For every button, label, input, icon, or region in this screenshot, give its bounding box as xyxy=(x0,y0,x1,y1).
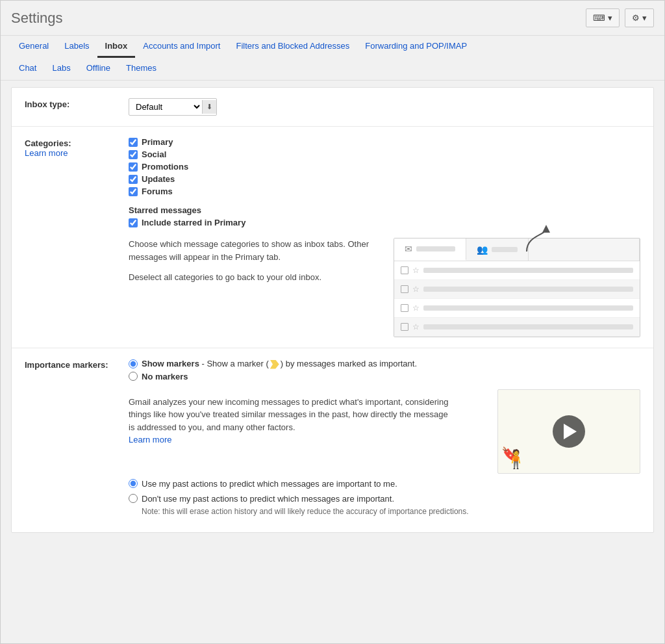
nav-row-2: Chat Labs Offline Themes xyxy=(11,58,654,80)
tab-chat[interactable]: Chat xyxy=(11,58,44,80)
dont-use-note: Note: this will erase action history and… xyxy=(142,506,640,517)
include-starred-row: Include starred in Primary xyxy=(129,218,640,227)
tab-labs[interactable]: Labs xyxy=(44,58,78,80)
category-primary-label[interactable]: Primary xyxy=(142,137,173,147)
settings-nav: General Labels Inbox Accounts and Import… xyxy=(1,36,664,81)
tab-bar-2 xyxy=(492,247,518,252)
categories-content: Primary Social Promotions Updates Forums xyxy=(129,137,640,337)
category-social-label[interactable]: Social xyxy=(142,149,166,159)
tab-offline[interactable]: Offline xyxy=(79,58,118,80)
dont-use-option: Don't use my past actions to predict whi… xyxy=(129,494,640,517)
tab-filters[interactable]: Filters and Blocked Addresses xyxy=(228,36,357,58)
categories-desc-2: Deselect all categories to go back to yo… xyxy=(129,271,381,284)
toolbar-controls: ⌨ ▾ ⚙ ▾ xyxy=(586,8,654,27)
use-past-radio[interactable] xyxy=(129,479,138,488)
category-promotions-label[interactable]: Promotions xyxy=(142,162,188,172)
category-updates-row: Updates xyxy=(129,174,640,184)
tab-themes[interactable]: Themes xyxy=(118,58,164,80)
gear-button[interactable]: ⚙ ▾ xyxy=(625,8,654,27)
preview-rows: ☆ ☆ ☆ xyxy=(394,261,640,337)
tab-general[interactable]: General xyxy=(11,36,56,58)
gear-arrow-icon: ▾ xyxy=(642,13,647,23)
category-updates-label[interactable]: Updates xyxy=(142,174,175,184)
importance-markers-row: Importance markers: Show markers - Show … xyxy=(12,348,653,532)
play-button[interactable] xyxy=(553,415,585,448)
category-forums-checkbox[interactable] xyxy=(129,187,138,196)
preview-line-1 xyxy=(423,268,633,273)
dont-use-row: Don't use my past actions to predict whi… xyxy=(129,494,640,504)
prediction-options: Use my past actions to predict which mes… xyxy=(129,479,640,517)
categories-learn-more[interactable]: Learn more xyxy=(25,148,129,158)
no-markers-radio[interactable] xyxy=(129,372,138,381)
include-starred-checkbox[interactable] xyxy=(129,218,138,227)
category-primary-row: Primary xyxy=(129,137,640,147)
settings-window: Settings ⌨ ▾ ⚙ ▾ General Labels Inbox Ac… xyxy=(0,0,665,644)
preview-star-4: ☆ xyxy=(412,322,420,331)
preview-row-2: ☆ xyxy=(394,280,640,299)
tab-forwarding[interactable]: Forwarding and POP/IMAP xyxy=(357,36,475,58)
preview-checkbox-4 xyxy=(401,323,408,331)
category-primary-checkbox[interactable] xyxy=(129,138,138,147)
preview-line-3 xyxy=(423,305,633,311)
title-bar: Settings ⌨ ▾ ⚙ ▾ xyxy=(1,1,664,36)
tab-inbox[interactable]: Inbox xyxy=(97,36,136,58)
importance-marker-icon xyxy=(270,360,279,369)
category-forums-label[interactable]: Forums xyxy=(142,187,173,196)
preview-row-1: ☆ xyxy=(394,261,640,280)
nav-row-1: General Labels Inbox Accounts and Import… xyxy=(11,36,654,58)
video-figure-icon: 🧍 xyxy=(505,448,527,470)
inbox-tab-icon: ✉ xyxy=(405,244,412,254)
preview-tab-social: 👥 xyxy=(466,238,529,261)
settings-content: Inbox type: Default Important first Unre… xyxy=(11,87,654,533)
category-social-checkbox[interactable] xyxy=(129,150,138,159)
starred-messages-title: Starred messages xyxy=(129,205,640,215)
no-markers-label[interactable]: No markers xyxy=(142,372,188,381)
categories-preview-wrapper: Choose which message categories to show … xyxy=(129,238,640,337)
preview-star-3: ☆ xyxy=(412,303,420,313)
inbox-type-select[interactable]: Default Important first Unread first Sta… xyxy=(129,99,202,115)
keyboard-arrow-icon: ▾ xyxy=(608,13,612,23)
starred-section: Starred messages Include starred in Prim… xyxy=(129,205,640,227)
use-past-option: Use my past actions to predict which mes… xyxy=(129,479,640,489)
page-title: Settings xyxy=(11,10,63,27)
tab-accounts[interactable]: Accounts and Import xyxy=(135,36,228,58)
include-starred-label[interactable]: Include starred in Primary xyxy=(142,218,245,227)
dont-use-radio[interactable] xyxy=(129,494,138,503)
preview-star-1: ☆ xyxy=(412,266,420,275)
inbox-type-content: Default Important first Unread first Sta… xyxy=(129,98,640,116)
show-markers-label[interactable]: Show markers - Show a marker () by messa… xyxy=(142,359,417,369)
category-promotions-checkbox[interactable] xyxy=(129,162,138,172)
importance-markers-label: Importance markers: xyxy=(25,359,129,370)
preview-checkbox-2 xyxy=(401,285,408,293)
preview-tab-primary: ✉ xyxy=(394,238,466,261)
show-markers-row: Show markers - Show a marker () by messa… xyxy=(129,359,640,369)
category-forums-row: Forums xyxy=(129,187,640,196)
preview-row-4: ☆ xyxy=(394,318,640,337)
gear-icon: ⚙ xyxy=(632,13,640,23)
preview-checkbox-3 xyxy=(401,304,408,312)
importance-learn-more[interactable]: Learn more xyxy=(129,435,171,444)
preview-line-2 xyxy=(423,287,633,292)
tab-labels[interactable]: Labels xyxy=(56,36,97,58)
importance-text-block: Gmail analyzes your new incoming message… xyxy=(129,389,484,446)
preview-star-2: ☆ xyxy=(412,285,420,294)
importance-markers-content: Show markers - Show a marker () by messa… xyxy=(129,359,640,522)
categories-desc-1: Choose which message categories to show … xyxy=(129,238,381,263)
dont-use-label[interactable]: Don't use my past actions to predict whi… xyxy=(142,494,394,504)
category-promotions-row: Promotions xyxy=(129,162,640,172)
keyboard-button[interactable]: ⌨ ▾ xyxy=(586,8,620,27)
categories-row: Categories: Learn more Primary Social Pr… xyxy=(12,127,653,348)
social-tab-icon: 👥 xyxy=(477,244,488,255)
importance-analysis-text: Gmail analyzes your new incoming message… xyxy=(129,396,453,446)
inbox-type-select-wrapper[interactable]: Default Important first Unread first Sta… xyxy=(129,98,217,116)
inbox-type-label: Inbox type: xyxy=(25,98,129,116)
use-past-label[interactable]: Use my past actions to predict which mes… xyxy=(142,479,397,489)
inbox-preview-container: ✉ 👥 xyxy=(394,238,640,337)
keyboard-icon: ⌨ xyxy=(593,13,605,23)
arrow-svg xyxy=(520,238,553,255)
category-updates-checkbox[interactable] xyxy=(129,175,138,184)
show-markers-radio[interactable] xyxy=(129,359,138,368)
video-thumbnail[interactable]: 🔖 🧍 xyxy=(497,389,640,474)
category-social-row: Social xyxy=(129,149,640,159)
preview-row-3: ☆ xyxy=(394,299,640,318)
